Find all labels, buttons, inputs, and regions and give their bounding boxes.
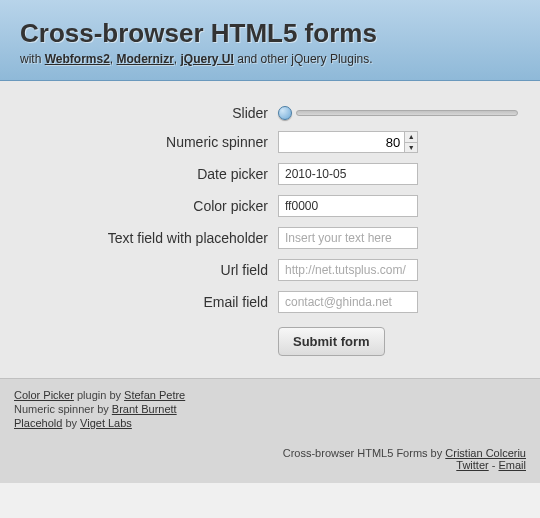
numeric-spinner[interactable]: ▲ ▼ — [278, 131, 418, 153]
link-placehold[interactable]: Placehold — [14, 417, 62, 429]
submit-button[interactable]: Submit form — [278, 327, 385, 356]
url-label: Url field — [20, 262, 278, 278]
color-label: Color picker — [20, 198, 278, 214]
credit-spinner: Numeric spinner by Brant Burnett — [14, 403, 526, 415]
email-input[interactable] — [278, 291, 418, 313]
spinner-label: Numeric spinner — [20, 134, 278, 150]
link-email[interactable]: Email — [498, 459, 526, 471]
link-modernizr[interactable]: Modernizr — [117, 52, 174, 66]
link-viget-labs[interactable]: Viget Labs — [80, 417, 132, 429]
spinner-value-input[interactable] — [279, 132, 404, 152]
email-label: Email field — [20, 294, 278, 310]
text-label: Text field with placeholder — [20, 230, 278, 246]
link-color-picker[interactable]: Color Picker — [14, 389, 74, 401]
link-stefan-petre[interactable]: Stefan Petre — [124, 389, 185, 401]
form-area: Slider Numeric spinner ▲ ▼ Date picker — [0, 81, 540, 378]
slider-handle-icon[interactable] — [278, 106, 292, 120]
page-header: Cross-browser HTML5 forms with Webforms2… — [0, 0, 540, 81]
slider-label: Slider — [20, 105, 278, 121]
page-title: Cross-browser HTML5 forms — [20, 18, 520, 49]
credit-color-picker: Color Picker plugin by Stefan Petre — [14, 389, 526, 401]
page-footer: Color Picker plugin by Stefan Petre Nume… — [0, 378, 540, 483]
slider-track[interactable] — [296, 110, 518, 116]
date-input[interactable] — [278, 163, 418, 185]
footer-byline: Cross-browser HTML5 Forms by Cristian Co… — [14, 447, 526, 471]
link-cristian-colceriu[interactable]: Cristian Colceriu — [445, 447, 526, 459]
link-brant-burnett[interactable]: Brant Burnett — [112, 403, 177, 415]
credit-placehold: Placehold by Viget Labs — [14, 417, 526, 429]
slider-input[interactable] — [278, 106, 518, 120]
page-subtitle: with Webforms2, Modernizr, jQuery UI and… — [20, 52, 520, 66]
spinner-down-icon[interactable]: ▼ — [405, 143, 417, 153]
link-webforms2[interactable]: Webforms2 — [45, 52, 110, 66]
date-label: Date picker — [20, 166, 278, 182]
color-input[interactable] — [278, 195, 418, 217]
link-twitter[interactable]: Twitter — [456, 459, 488, 471]
text-input[interactable] — [278, 227, 418, 249]
url-input[interactable] — [278, 259, 418, 281]
link-jquery-ui[interactable]: jQuery UI — [181, 52, 234, 66]
spinner-up-icon[interactable]: ▲ — [405, 132, 417, 143]
